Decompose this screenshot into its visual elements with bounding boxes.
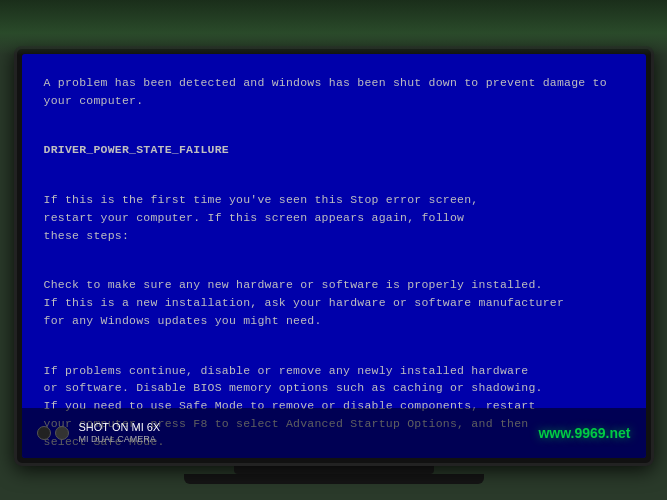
bsod-hardware-check: Check to make sure any new hardware or s… [44,276,624,329]
monitor-screen: A problem has been detected and windows … [22,54,646,458]
monitor-stand [234,466,434,474]
bsod-spacer4 [44,338,624,356]
bottom-bar: SHOT ON MI 6X MI DUAL CAMERA www.9969.ne… [22,408,646,458]
top-decoration [0,0,667,55]
camera-info: SHOT ON MI 6X MI DUAL CAMERA [37,420,161,446]
monitor-base [184,474,484,484]
bsod-line-1: A problem has been detected and windows … [44,74,624,110]
monitor-frame: A problem has been detected and windows … [14,46,654,466]
camera-model: MI DUAL CAMERA [79,434,161,446]
bsod-spacer [44,118,624,136]
camera-brand: SHOT ON MI 6X [79,420,161,434]
bsod-error-code: DRIVER_POWER_STATE_FAILURE [44,141,624,159]
bsod-spacer2 [44,167,624,185]
bsod-first-time: If this is the first time you've seen th… [44,191,624,244]
bsod-screen: A problem has been detected and windows … [22,54,646,458]
bsod-spacer3 [44,253,624,271]
watermark-text: www.9969.net [538,425,630,441]
camera-text-block: SHOT ON MI 6X MI DUAL CAMERA [79,420,161,446]
camera-dot-1 [37,426,51,440]
camera-dots [37,426,69,440]
camera-dot-2 [55,426,69,440]
